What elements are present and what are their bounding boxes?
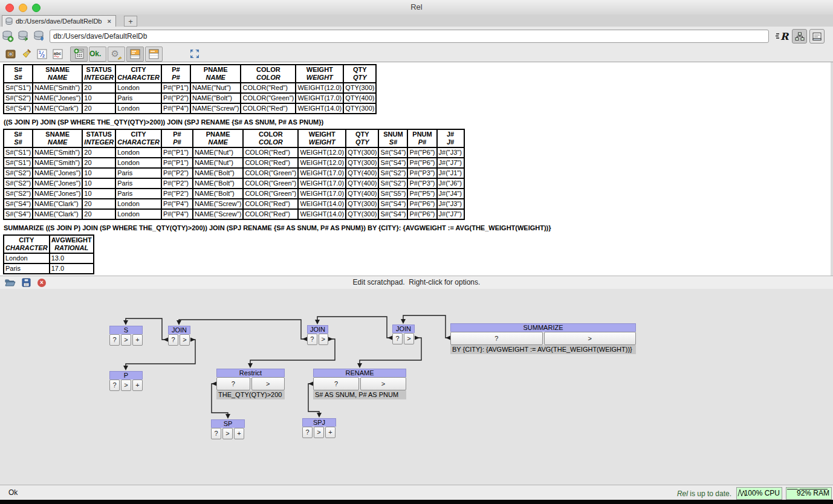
node-title[interactable]: JOIN bbox=[307, 325, 328, 334]
results-pane: S#S#SNAMENAMESTATUSINTEGERCITYCHARACTERP… bbox=[0, 62, 833, 276]
node-query-button[interactable]: ? bbox=[450, 332, 543, 345]
diagram-node-join[interactable]: JOIN?> bbox=[392, 325, 415, 344]
node-output-button[interactable]: > bbox=[404, 333, 414, 344]
diagram-node-s[interactable]: S?>+ bbox=[109, 326, 143, 346]
show-headings-plain-button[interactable] bbox=[145, 47, 163, 62]
show-headings-typed-button[interactable] bbox=[126, 47, 144, 62]
node-insert-button[interactable]: + bbox=[325, 427, 335, 438]
ok-label: Ok. bbox=[89, 50, 106, 58]
tab-close-icon[interactable]: × bbox=[107, 18, 111, 25]
diagram-node-sp[interactable]: SP?>+ bbox=[211, 419, 245, 439]
node-title[interactable]: Restrict bbox=[216, 369, 285, 377]
settings-refresh-button[interactable]: ⚙ bbox=[108, 47, 125, 62]
node-query-button[interactable]: ? bbox=[109, 380, 120, 391]
address-input[interactable] bbox=[50, 30, 769, 43]
clear-output-button[interactable] bbox=[18, 46, 34, 62]
node-query-button[interactable]: ? bbox=[168, 334, 178, 346]
table-cell: P#("P6") bbox=[407, 199, 436, 209]
table-cell: WEIGHT(12.0) bbox=[296, 83, 343, 93]
node-insert-button[interactable]: + bbox=[132, 334, 143, 346]
node-output-button[interactable]: > bbox=[314, 427, 324, 438]
table-cell: S#("S2") bbox=[378, 168, 407, 178]
node-title[interactable]: P bbox=[109, 371, 143, 380]
diagram-node-spj[interactable]: SPJ?>+ bbox=[302, 418, 336, 438]
diagram-node-summarize[interactable]: SUMMARIZE?>BY {CITY}: {AVGWEIGHT := AVG(… bbox=[450, 323, 636, 354]
open-database-button[interactable] bbox=[16, 28, 31, 44]
toggle-fraction-display-button[interactable]: 1 2 bbox=[34, 46, 50, 62]
table-cell: J#("J3") bbox=[437, 147, 464, 158]
node-title[interactable]: RENAME bbox=[313, 369, 406, 377]
node-insert-button[interactable]: + bbox=[234, 428, 244, 439]
results-scrollbar[interactable] bbox=[831, 62, 833, 276]
screen-edge-strip bbox=[0, 500, 833, 504]
node-query-button[interactable]: ? bbox=[216, 377, 250, 390]
node-parameter[interactable]: THE_QTY(QTY)>200 bbox=[216, 390, 285, 399]
diagram-node-join[interactable]: JOIN?> bbox=[307, 325, 328, 345]
table-cell: NAME("Bolt") bbox=[193, 178, 243, 189]
visual-query-canvas[interactable]: S?>+JOIN?>P?>+JOIN?>JOIN?>Restrict?>THE_… bbox=[0, 289, 833, 485]
node-title[interactable]: JOIN bbox=[392, 325, 415, 333]
node-output-button[interactable]: > bbox=[222, 428, 233, 439]
node-output-button[interactable]: > bbox=[121, 334, 131, 346]
database-icon bbox=[5, 18, 13, 25]
table-cell: S#("S4") bbox=[4, 199, 33, 209]
table-cell: P#("P1") bbox=[161, 158, 193, 168]
new-database-button[interactable] bbox=[0, 28, 16, 44]
rel-logo-icon: R bbox=[775, 30, 789, 42]
evaluate-button[interactable] bbox=[70, 47, 88, 62]
table-cell: S#("S4") bbox=[378, 199, 407, 209]
node-output-button[interactable]: > bbox=[319, 334, 329, 345]
ok-run-button[interactable]: Ok. bbox=[89, 47, 106, 62]
table-cell: P#("P5") bbox=[407, 189, 436, 199]
node-query-button[interactable]: ? bbox=[313, 377, 359, 390]
node-title[interactable]: SPJ bbox=[302, 418, 336, 427]
node-parameter[interactable]: BY {CITY}: {AVGWEIGHT := AVG(THE_WEIGHT(… bbox=[450, 345, 636, 354]
enlarge-view-button[interactable] bbox=[187, 46, 203, 62]
table-cell: London bbox=[4, 253, 50, 263]
column-header: STATUSINTEGER bbox=[82, 129, 115, 147]
node-output-button[interactable]: > bbox=[360, 377, 406, 390]
command-line-view-button[interactable] bbox=[809, 29, 825, 44]
node-title[interactable]: SUMMARIZE bbox=[450, 323, 636, 332]
tab-database[interactable]: db:/Users/dave/DefaultRelDb × bbox=[2, 15, 116, 27]
table-cell: COLOR("Green") bbox=[241, 93, 296, 103]
database-add-icon bbox=[2, 30, 14, 42]
node-output-button[interactable]: > bbox=[180, 334, 190, 346]
node-output-button[interactable]: > bbox=[544, 332, 637, 345]
column-header: QTYQTY bbox=[343, 65, 376, 83]
column-header: J#J# bbox=[437, 129, 464, 147]
backup-button[interactable] bbox=[2, 46, 18, 62]
diagram-node-join[interactable]: JOIN?> bbox=[168, 326, 190, 346]
table-row: S#("S4")NAME("Clark")20LondonP#("P4")NAM… bbox=[4, 199, 464, 209]
node-title[interactable]: S bbox=[109, 326, 143, 334]
recent-database-button[interactable] bbox=[31, 28, 47, 44]
new-tab-button[interactable]: + bbox=[124, 16, 137, 27]
table-cell: COLOR("Green") bbox=[243, 178, 298, 189]
table-cell: P#("P1") bbox=[161, 147, 193, 158]
toggle-text-display-button[interactable]: abc bbox=[50, 46, 65, 62]
table-cell: J#("J6") bbox=[437, 178, 464, 189]
node-parameter[interactable]: S# AS SNUM, P# AS PNUM bbox=[313, 390, 406, 399]
node-query-button[interactable]: ? bbox=[307, 334, 317, 345]
table-cell: 20 bbox=[82, 158, 115, 168]
table-cell: QTY(400) bbox=[346, 189, 378, 199]
diagram-node-rename[interactable]: RENAME?>S# AS SNUM, P# AS PNUM bbox=[313, 369, 406, 399]
diagram-node-p[interactable]: P?>+ bbox=[109, 371, 143, 391]
node-query-button[interactable]: ? bbox=[109, 334, 120, 346]
node-output-button[interactable]: > bbox=[251, 377, 285, 390]
table-cell: WEIGHT(17.0) bbox=[296, 93, 343, 103]
node-title[interactable]: SP bbox=[211, 419, 245, 428]
node-query-button[interactable]: ? bbox=[392, 333, 403, 344]
table-cell: QTY(400) bbox=[346, 168, 378, 178]
node-title[interactable]: JOIN bbox=[168, 326, 190, 334]
node-query-button[interactable]: ? bbox=[302, 427, 313, 438]
diagram-node-restrict[interactable]: Restrict?>THE_QTY(QTY)>200 bbox=[216, 369, 285, 399]
node-output-button[interactable]: > bbox=[121, 380, 131, 391]
scratchpad-view-button[interactable] bbox=[792, 29, 807, 44]
database-drop-icon bbox=[33, 30, 45, 42]
table-heading-name-icon bbox=[149, 49, 159, 59]
node-query-button[interactable]: ? bbox=[211, 428, 221, 439]
table-cell: 10 bbox=[82, 93, 115, 103]
node-insert-button[interactable]: + bbox=[132, 380, 143, 391]
table-cell: NAME("Smith") bbox=[33, 147, 82, 158]
